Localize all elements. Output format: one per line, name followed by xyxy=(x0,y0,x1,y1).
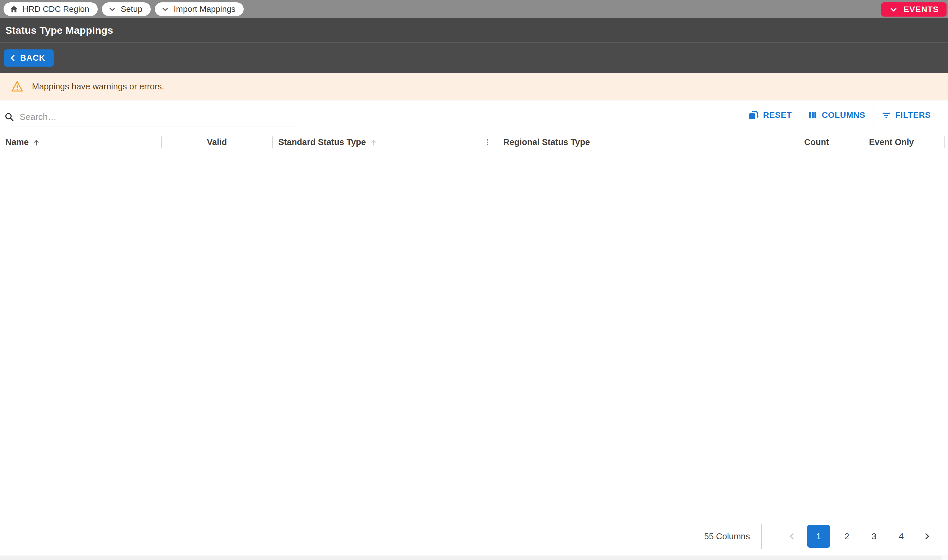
previous-page-icon[interactable] xyxy=(787,531,797,542)
chevron-down-icon xyxy=(889,5,898,14)
pagination-separator xyxy=(761,524,762,549)
back-button[interactable]: BACK xyxy=(4,49,54,66)
reset-icon xyxy=(748,110,759,120)
toolbar-actions: RESET COLUMNS FILTERS xyxy=(740,106,939,125)
column-separator xyxy=(272,137,273,148)
table-toolbar: RESET COLUMNS FILTERS xyxy=(0,100,948,132)
columns-icon xyxy=(808,110,818,120)
chevron-down-icon xyxy=(161,5,170,14)
page-title-bar: Status Type Mappings xyxy=(0,18,948,42)
column-header-standard-status-type[interactable]: Standard Status Type xyxy=(272,132,500,153)
warning-banner: Mappings have warnings or errors. xyxy=(0,73,948,100)
page-buttons: 1234 xyxy=(807,525,918,548)
column-separator xyxy=(724,137,724,148)
breadcrumb-setup[interactable]: Setup xyxy=(102,2,151,16)
filter-list-icon xyxy=(881,110,891,120)
page-button-2[interactable]: 2 xyxy=(836,525,857,548)
breadcrumb-import-mappings[interactable]: Import Mappings xyxy=(155,2,244,16)
table-body xyxy=(0,153,948,517)
chevron-down-icon xyxy=(108,5,117,14)
column-menu-icon[interactable] xyxy=(483,138,492,147)
reset-button-label: RESET xyxy=(763,111,792,120)
column-header-label: Standard Status Type xyxy=(278,137,366,147)
column-header-label: Count xyxy=(804,137,829,147)
column-header-count[interactable]: Count xyxy=(724,132,835,153)
breadcrumb-label: Import Mappings xyxy=(174,5,235,14)
columns-button[interactable]: COLUMNS xyxy=(800,110,873,120)
table-header-row: Name Valid Standard Status Type Regional… xyxy=(0,132,948,153)
column-header-label: Valid xyxy=(207,137,227,147)
column-header-label: Name xyxy=(5,137,29,147)
chevron-left-icon xyxy=(8,53,18,63)
warning-triangle-icon xyxy=(11,80,24,93)
column-header-event-only[interactable]: Event Only xyxy=(835,132,948,153)
events-button-label: EVENTS xyxy=(903,5,939,14)
columns-summary: 55 Columns xyxy=(704,532,750,542)
reset-button[interactable]: RESET xyxy=(740,110,799,120)
page-button-1[interactable]: 1 xyxy=(807,525,830,548)
breadcrumb-label: HRD CDC Region xyxy=(23,5,89,14)
breadcrumb-label: Setup xyxy=(121,5,142,14)
column-header-valid[interactable]: Valid xyxy=(162,132,272,153)
bottom-scrollbar-track[interactable] xyxy=(0,555,948,560)
page-button-3[interactable]: 3 xyxy=(863,525,885,548)
column-header-label: Regional Status Type xyxy=(503,137,590,147)
back-bar: BACK xyxy=(0,42,948,73)
column-header-regional-status-type[interactable]: Regional Status Type xyxy=(500,132,724,153)
page-button-4[interactable]: 4 xyxy=(891,525,912,548)
search-input[interactable] xyxy=(20,112,300,122)
next-page-icon[interactable] xyxy=(922,531,932,542)
top-navigation-bar: HRD CDC Region Setup Import Mappings EVE… xyxy=(0,0,948,18)
column-header-name[interactable]: Name xyxy=(0,132,162,153)
sort-arrow-up-icon[interactable] xyxy=(369,138,378,146)
home-icon xyxy=(9,5,18,14)
column-separator xyxy=(835,137,835,148)
events-button[interactable]: EVENTS xyxy=(881,2,946,17)
column-header-label: Event Only xyxy=(869,137,914,147)
sort-arrow-up-icon[interactable] xyxy=(32,138,40,146)
page-title: Status Type Mappings xyxy=(5,25,113,36)
scrollbar-corner xyxy=(942,556,948,560)
filters-button-label: FILTERS xyxy=(895,111,931,120)
columns-button-label: COLUMNS xyxy=(822,111,865,120)
pagination-bar: 55 Columns 1234 xyxy=(0,517,948,555)
back-button-label: BACK xyxy=(20,53,45,63)
warning-banner-message: Mappings have warnings or errors. xyxy=(32,82,164,91)
search-box xyxy=(4,108,300,126)
breadcrumb-home-region[interactable]: HRD CDC Region xyxy=(3,2,98,16)
filters-button[interactable]: FILTERS xyxy=(873,110,939,120)
search-icon xyxy=(4,112,14,122)
